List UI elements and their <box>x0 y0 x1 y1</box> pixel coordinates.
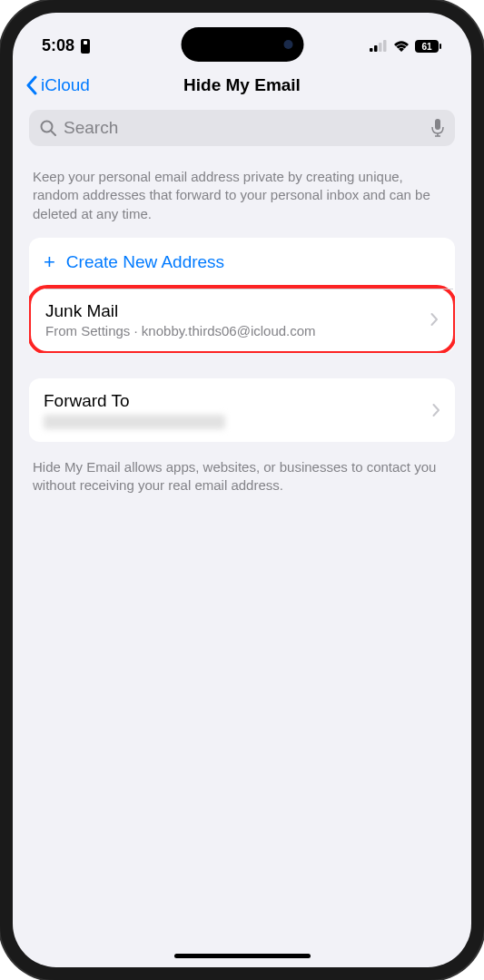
svg-rect-11 <box>435 119 440 130</box>
create-label: Create New Address <box>66 252 224 272</box>
svg-text:61: 61 <box>421 42 432 52</box>
chevron-left-icon <box>25 75 38 95</box>
svg-rect-5 <box>383 40 387 52</box>
svg-line-10 <box>51 131 55 135</box>
mic-icon[interactable] <box>431 119 444 137</box>
forward-subtitle-redacted <box>44 415 225 429</box>
screen: 5:08 61 iCloud Hide My Email Search Keep… <box>13 13 471 967</box>
forward-group: Forward To <box>29 378 455 442</box>
addresses-group: + Create New Address Junk Mail From Sett… <box>29 238 455 353</box>
forward-to-button[interactable]: Forward To <box>29 378 455 442</box>
search-input[interactable]: Search <box>29 110 455 146</box>
camera-dot <box>283 40 292 49</box>
back-label: iCloud <box>41 75 90 95</box>
cellular-icon <box>370 40 388 52</box>
page-title: Hide My Email <box>183 75 301 95</box>
forward-title: Forward To <box>44 391 432 411</box>
svg-rect-4 <box>379 43 382 52</box>
svg-rect-1 <box>84 41 87 44</box>
description-text: Keep your personal email address private… <box>13 146 471 238</box>
search-icon <box>40 120 56 136</box>
status-time: 5:08 <box>42 36 74 55</box>
phone-frame: 5:08 61 iCloud Hide My Email Search Keep… <box>0 0 484 980</box>
item-title: Junk Mail <box>45 301 430 321</box>
chevron-right-icon <box>430 312 439 327</box>
plus-icon: + <box>44 250 55 274</box>
dynamic-island <box>181 27 303 62</box>
footer-text: Hide My Email allows apps, websites, or … <box>13 449 471 495</box>
create-new-address-button[interactable]: + Create New Address <box>29 238 455 287</box>
svg-rect-7 <box>440 44 441 49</box>
item-subtitle: From Settings · knobby.thirds06@icloud.c… <box>45 323 430 338</box>
home-indicator[interactable] <box>174 954 311 958</box>
nav-bar: iCloud Hide My Email <box>13 63 471 106</box>
svg-rect-3 <box>374 45 378 52</box>
svg-rect-2 <box>370 48 373 52</box>
search-placeholder: Search <box>64 118 424 138</box>
wifi-icon <box>393 40 410 52</box>
address-item-junk-mail[interactable]: Junk Mail From Settings · knobby.thirds0… <box>29 285 455 353</box>
back-button[interactable]: iCloud <box>25 75 90 95</box>
chevron-right-icon <box>432 403 440 417</box>
battery-icon: 61 <box>415 40 442 53</box>
focus-icon <box>79 39 92 54</box>
